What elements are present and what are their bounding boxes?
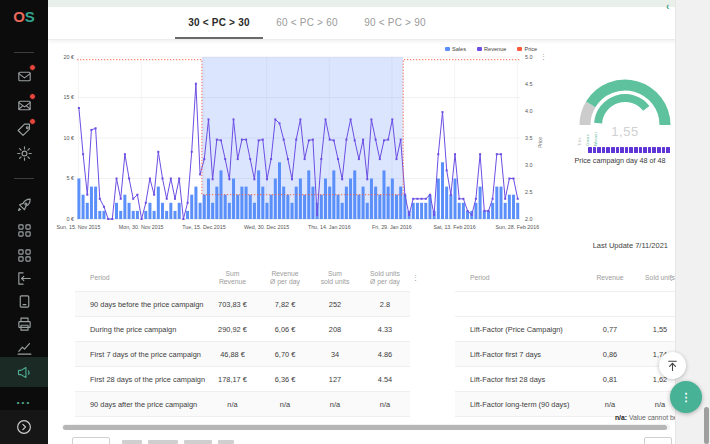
svg-text:0 €: 0 € xyxy=(67,216,75,222)
table-footnote: n/a: Value cannot be calculated xyxy=(420,414,710,421)
table-header: PeriodRevenueSold units⋮ xyxy=(455,265,685,291)
sidebar-item-expand[interactable] xyxy=(0,414,48,440)
chart-legend: SalesRevenuePrice xyxy=(445,46,537,52)
gear-icon xyxy=(16,145,33,162)
table-cell: 34 xyxy=(310,350,360,359)
table-cell: Lift-Factor long-term (90 days) xyxy=(455,400,585,409)
table-cell: 4.33 xyxy=(360,325,410,334)
table-cell: 7,82 € xyxy=(260,300,310,309)
legend-item[interactable]: Price xyxy=(517,46,537,52)
svg-text:Sat, 13. Feb 2016: Sat, 13. Feb 2016 xyxy=(434,224,476,230)
table-cell: n/a xyxy=(585,400,635,409)
sidebar-item-mail[interactable] xyxy=(0,63,48,89)
tab-90-pc-90[interactable]: 90 < PC > 90 xyxy=(351,7,439,39)
vertical-scrollbar-thumb[interactable] xyxy=(704,407,709,444)
progress-segment xyxy=(639,147,643,153)
chart-menu-icon[interactable]: ⋮ xyxy=(540,53,547,60)
table-row: Lift-Factor first 28 days0,811,62 xyxy=(455,366,685,391)
legend-item[interactable]: Revenue xyxy=(477,46,506,52)
tab-60-pc-60[interactable]: 60 < PC > 60 xyxy=(263,7,351,39)
table-cell: 4.54 xyxy=(360,375,410,384)
lift-factor-table: PeriodRevenueSold units⋮Lift-Factor (Pri… xyxy=(455,265,685,417)
app-logo[interactable]: OS xyxy=(0,8,48,25)
device-icon xyxy=(16,293,33,310)
table-cell: During the price campaign xyxy=(75,325,205,334)
printer-icon xyxy=(16,316,33,333)
svg-text:Sun, 28. Feb 2016: Sun, 28. Feb 2016 xyxy=(496,224,540,230)
sidebar-divider xyxy=(14,178,34,179)
horizontal-scrollbar-thumb[interactable] xyxy=(63,425,667,430)
svg-text:Fri, 29. Jan 2016: Fri, 29. Jan 2016 xyxy=(372,224,412,230)
app-window: OS xyxy=(0,0,710,444)
column-header: Sold unitsØ per day xyxy=(360,270,410,286)
svg-text:10 €: 10 € xyxy=(64,135,75,141)
progress-segment xyxy=(652,147,656,153)
progress-segment xyxy=(597,147,601,153)
gauge-side-label: Gains xyxy=(585,120,590,146)
table-cell: 0,86 xyxy=(585,350,635,359)
footnote-label: n/a: xyxy=(615,414,627,421)
clipped-text-fragment xyxy=(184,440,212,444)
svg-text:2.0: 2.0 xyxy=(525,216,533,222)
table-cell: n/a xyxy=(360,400,410,409)
svg-text:Mon, 30. Nov 2015: Mon, 30. Nov 2015 xyxy=(119,224,164,230)
apps-grid-icon xyxy=(16,222,33,239)
more-dots-icon: ••• xyxy=(17,398,31,407)
svg-text:2.5: 2.5 xyxy=(525,189,533,195)
sidebar-item-settings[interactable] xyxy=(0,140,48,166)
actions-menu-button[interactable]: ⋮ xyxy=(670,381,702,413)
logo-letter-s: S xyxy=(25,8,35,25)
table-cell: 127 xyxy=(310,375,360,384)
horizontal-scrollbar[interactable] xyxy=(62,424,670,430)
sidebar-divider xyxy=(14,52,34,53)
table-menu-icon[interactable]: ⋮ xyxy=(412,274,419,281)
collapse-panel-icon[interactable]: ‹ xyxy=(666,1,669,12)
tab-30-pc-30[interactable]: 30 < PC > 30 xyxy=(175,7,263,39)
svg-text:Wed, 30. Dec 2015: Wed, 30. Dec 2015 xyxy=(244,224,289,230)
table-row: First 7 days of the price campaign46,88 … xyxy=(75,341,410,366)
table-row: First 28 days of the price campaign178,1… xyxy=(75,366,410,391)
tab-label: 90 < PC > 90 xyxy=(364,17,425,28)
sidebar-item-print[interactable] xyxy=(0,311,48,337)
table-cell: Lift-Factor first 7 days xyxy=(455,350,585,359)
campaign-progress-bar xyxy=(588,147,670,153)
sidebar-item-mail-2[interactable] xyxy=(0,92,48,118)
table-cell: 90 days before the price campaign xyxy=(75,300,205,309)
svg-text:Price: Price xyxy=(538,137,543,148)
svg-text:5 €: 5 € xyxy=(67,175,75,181)
table-header: PeriodSumRevenueRevenueØ per daySumsold … xyxy=(75,265,410,291)
table-row: Lift-Factor first 7 days0,861,74 xyxy=(455,341,685,366)
table-cell: n/a xyxy=(260,400,310,409)
vertical-scrollbar[interactable] xyxy=(703,0,709,444)
svg-text:4.0: 4.0 xyxy=(525,108,533,114)
apps-grid-icon xyxy=(16,247,33,264)
tab-label: 30 < PC > 30 xyxy=(188,17,249,28)
table-cell: 6,36 € xyxy=(260,375,310,384)
column-header: Period xyxy=(75,274,205,282)
notification-dot xyxy=(29,93,36,100)
progress-segment xyxy=(593,147,597,153)
table-row: During the price campaign290,92 €6,06 €2… xyxy=(75,316,410,341)
rocket-icon xyxy=(16,197,33,214)
table-row xyxy=(455,291,685,316)
column-header: Period xyxy=(455,274,585,282)
table-cell: 0,81 xyxy=(585,375,635,384)
table-cell: 208 xyxy=(310,325,360,334)
scroll-to-top-button[interactable] xyxy=(659,352,686,379)
progress-segment xyxy=(648,147,652,153)
legend-item[interactable]: Sales xyxy=(445,46,466,52)
sidebar-item-apps[interactable] xyxy=(0,217,48,243)
table-cell: 6,06 € xyxy=(260,325,310,334)
progress-segment xyxy=(629,147,633,153)
clipped-control[interactable] xyxy=(644,437,672,444)
logo-letter-o: O xyxy=(13,8,25,25)
sidebar-item-rocket[interactable] xyxy=(0,192,48,218)
table-menu-icon[interactable]: ⋮ xyxy=(668,274,675,281)
clipped-control[interactable] xyxy=(72,437,110,444)
sidebar-item-campaigns-active[interactable] xyxy=(0,357,48,387)
legend-label: Revenue xyxy=(484,46,506,52)
column-header: SumRevenue xyxy=(205,270,260,286)
table-cell: 4.86 xyxy=(360,350,410,359)
column-header: Sumsold units xyxy=(310,270,360,286)
column-header: RevenueØ per day xyxy=(260,270,310,286)
